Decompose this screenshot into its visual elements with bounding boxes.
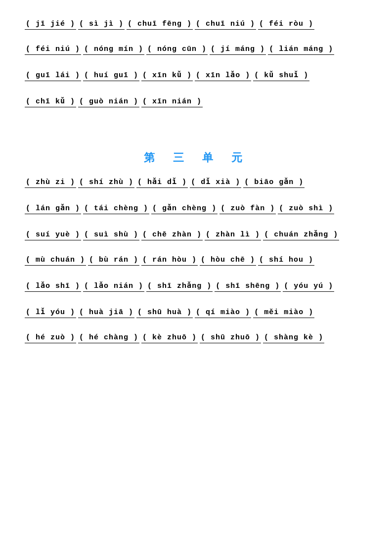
phrase: ( bù rán ) bbox=[88, 256, 139, 267]
phrase-text: ( bù rán ) bbox=[88, 256, 139, 266]
phrase-text: ( zuò shì ) bbox=[278, 204, 334, 214]
phrase: ( féi niú ) bbox=[25, 45, 81, 56]
phrase: ( shí hou ) bbox=[258, 256, 314, 267]
phrase: ( hòu chē ) bbox=[200, 256, 256, 267]
phrase-text: ( qí miào ) bbox=[195, 308, 251, 318]
phrase-text: ( chē zhàn ) bbox=[141, 231, 203, 240]
phrase: ( hé zuò ) bbox=[25, 333, 76, 345]
phrase: ( yóu yú ) bbox=[283, 282, 334, 293]
phrase-text: ( xīn nián ) bbox=[141, 97, 203, 107]
phrase: ( hé chàng ) bbox=[78, 333, 139, 345]
line-3: ( guī lái )( huí guī )( xīn kǔ )( xīn lǎ… bbox=[25, 70, 367, 83]
phrase: ( nóng cūn ) bbox=[146, 45, 208, 56]
phrase: ( huí guī ) bbox=[83, 71, 139, 83]
phrase: ( rán hòu ) bbox=[141, 256, 198, 267]
phrase-text: ( guī lái ) bbox=[25, 71, 81, 81]
line-4: ( chī kǔ )( guò nián )( xīn nián ) bbox=[25, 96, 367, 109]
phrase-text: ( lǐ yóu ) bbox=[25, 307, 76, 318]
phrase-text: ( jī jié ) bbox=[25, 20, 76, 30]
phrase: ( zhù zi ) bbox=[25, 178, 76, 189]
phrase-text: ( xīn lǎo ) bbox=[195, 70, 251, 81]
line-s2-2: ( lán gǎn )( tái chèng )( gǎn chèng )( z… bbox=[25, 203, 367, 216]
phrase-text: ( tái chèng ) bbox=[83, 204, 149, 214]
phrase-text: ( suì shù ) bbox=[83, 231, 139, 240]
phrase-text: ( yóu yú ) bbox=[283, 282, 334, 292]
phrase: ( shī shēng ) bbox=[215, 282, 281, 293]
phrase-text: ( huà jiā ) bbox=[78, 308, 134, 318]
phrase-text: ( lán gǎn ) bbox=[25, 203, 81, 214]
phrase-text: ( féi ròu ) bbox=[258, 20, 314, 30]
phrase: ( chuī niú ) bbox=[195, 20, 256, 31]
phrase: ( xīn kǔ ) bbox=[141, 70, 193, 83]
phrase: ( chē zhàn ) bbox=[141, 231, 203, 242]
phrase-text: ( shū huà ) bbox=[136, 308, 193, 318]
phrase: ( féi ròu ) bbox=[258, 20, 314, 31]
phrase: ( chī kǔ ) bbox=[25, 96, 76, 109]
phrase: ( sì jì ) bbox=[78, 20, 125, 31]
phrase: ( qí miào ) bbox=[195, 308, 251, 320]
line-s2-1: ( zhù zi )( shí zhù )( hǎi dǐ )( dǐ xià … bbox=[25, 177, 367, 189]
phrase: ( mù chuán ) bbox=[25, 256, 86, 267]
phrase-text: ( guò nián ) bbox=[78, 97, 139, 107]
phrase: ( biāo gǎn ) bbox=[243, 177, 305, 189]
phrase-text: ( chuī fēng ) bbox=[127, 20, 193, 30]
phrase-text: ( hé zuò ) bbox=[25, 333, 76, 343]
line-s2-5: ( lǎo shī )( lǎo nián )( shī zhǎng )( sh… bbox=[25, 281, 367, 293]
phrase: ( shū zhuō ) bbox=[200, 333, 261, 345]
phrase: ( lián máng ) bbox=[268, 45, 334, 56]
phrase-text: ( kǔ shuǐ ) bbox=[253, 70, 309, 81]
phrase-text: ( shī zhǎng ) bbox=[146, 281, 213, 292]
phrase-text: ( chuī niú ) bbox=[195, 20, 256, 30]
line-1: ( jī jié )( sì jì )( chuī fēng )( chuī n… bbox=[25, 20, 367, 31]
phrase: ( huà jiā ) bbox=[78, 308, 134, 320]
phrase: ( kè zhuō ) bbox=[141, 333, 198, 345]
phrase: ( xīn nián ) bbox=[141, 97, 203, 109]
phrase: ( gǎn chèng ) bbox=[151, 203, 218, 216]
phrase-text: ( chuán zhǎng ) bbox=[263, 230, 339, 240]
phrase-text: ( lián máng ) bbox=[268, 45, 334, 55]
phrase-text: ( hé chàng ) bbox=[78, 333, 139, 343]
phrase: ( nóng mín ) bbox=[83, 45, 144, 56]
section-title: 第 三 单 元 bbox=[144, 152, 249, 165]
phrase-text: ( sì jì ) bbox=[78, 20, 125, 30]
phrase-text: ( biāo gǎn ) bbox=[243, 177, 305, 188]
phrase: ( zuò shì ) bbox=[278, 204, 334, 216]
phrase-text: ( huí guī ) bbox=[83, 71, 139, 81]
phrase: ( tái chèng ) bbox=[83, 204, 149, 216]
phrase: ( kǔ shuǐ ) bbox=[253, 70, 309, 83]
phrase: ( shī zhǎng ) bbox=[146, 281, 213, 293]
phrase-text: ( lǎo shī ) bbox=[25, 281, 81, 292]
phrase: ( jī jié ) bbox=[25, 20, 76, 31]
phrase-text: ( hòu chē ) bbox=[200, 256, 256, 266]
phrase: ( měi miào ) bbox=[253, 308, 314, 320]
phrase-text: ( rán hòu ) bbox=[141, 256, 198, 266]
phrase: ( suì shù ) bbox=[83, 231, 139, 242]
section-two-header: 第 三 单 元 bbox=[25, 150, 367, 165]
phrase-text: ( lǎo nián ) bbox=[83, 281, 144, 292]
phrase: ( jí máng ) bbox=[210, 45, 266, 56]
phrase: ( lǎo shī ) bbox=[25, 281, 81, 293]
phrase-text: ( zhàn lì ) bbox=[205, 231, 261, 240]
phrase: ( lǐ yóu ) bbox=[25, 307, 76, 320]
phrase-text: ( jí máng ) bbox=[210, 45, 266, 55]
phrase: ( hǎi dǐ ) bbox=[136, 177, 188, 189]
phrase-text: ( suí yuè ) bbox=[25, 231, 81, 240]
phrase-text: ( shū zhuō ) bbox=[200, 333, 261, 343]
phrase-text: ( shī shēng ) bbox=[215, 282, 281, 292]
phrase: ( zuò fàn ) bbox=[219, 204, 276, 216]
line-s2-6: ( lǐ yóu )( huà jiā )( shū huà )( qí mià… bbox=[25, 307, 367, 320]
phrase-text: ( dǐ xià ) bbox=[190, 177, 241, 188]
phrase-text: ( chī kǔ ) bbox=[25, 96, 76, 107]
phrase-text: ( zhù zi ) bbox=[25, 178, 76, 188]
phrase: ( chuán zhǎng ) bbox=[263, 230, 339, 242]
phrase-text: ( gǎn chèng ) bbox=[151, 203, 218, 214]
section-two: ( zhù zi )( shí zhù )( hǎi dǐ )( dǐ xià … bbox=[25, 177, 367, 345]
phrase-text: ( féi niú ) bbox=[25, 45, 81, 55]
phrase-text: ( nóng cūn ) bbox=[146, 45, 208, 55]
phrase: ( shū huà ) bbox=[136, 308, 193, 320]
phrase-text: ( xīn kǔ ) bbox=[141, 70, 193, 81]
phrase: ( lǎo nián ) bbox=[83, 281, 144, 293]
phrase-text: ( měi miào ) bbox=[253, 308, 314, 318]
section-one: ( jī jié )( sì jì )( chuī fēng )( chuī n… bbox=[25, 20, 367, 109]
phrase: ( dǐ xià ) bbox=[190, 177, 241, 189]
